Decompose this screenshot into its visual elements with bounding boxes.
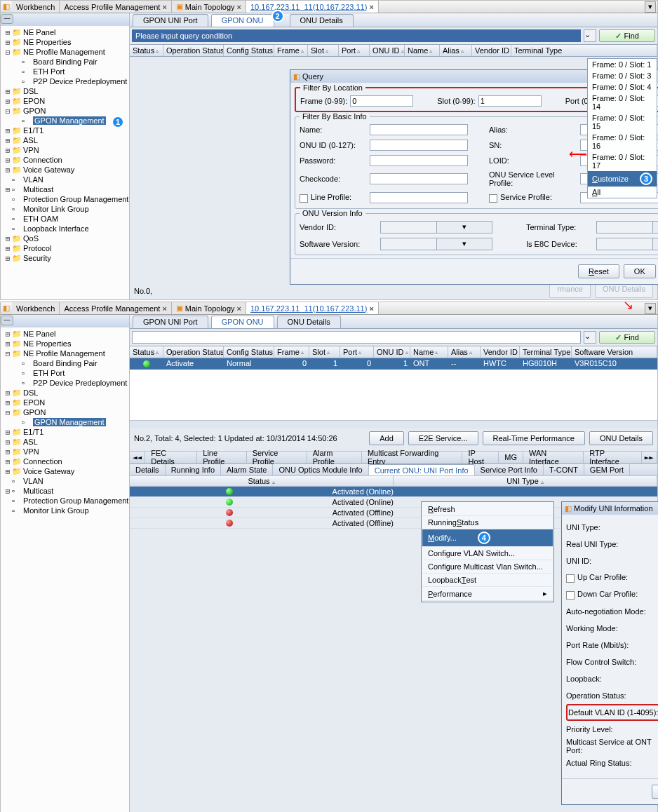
tree-item[interactable]: ▫GPON Management	[2, 417, 129, 427]
expand-icon[interactable]: ⊞	[4, 447, 12, 456]
expand-icon[interactable]: ⊟	[4, 408, 12, 417]
close-icon[interactable]: ×	[369, 304, 373, 313]
col-onuid[interactable]: ONU ID▵	[374, 346, 410, 358]
find-button[interactable]: ✓Find	[599, 29, 655, 42]
slot-menu-item[interactable]: Frame: 0 / Slot: 1	[588, 59, 657, 70]
tab-alarm[interactable]: Alarm Profile	[307, 452, 362, 463]
tree-item[interactable]: ⊞📁E1/T1	[2, 427, 129, 437]
tab-workbench[interactable]: Workbench	[12, 1, 60, 13]
col-status[interactable]: Status▵	[130, 346, 163, 358]
col-slot[interactable]: Slot▵	[308, 45, 339, 56]
close-icon[interactable]: ×	[369, 3, 373, 11]
close-icon[interactable]: ×	[162, 3, 166, 11]
find-button[interactable]: ✓Find	[599, 331, 655, 344]
expand-icon[interactable]: ⊟	[4, 107, 12, 116]
expand-icon[interactable]: ⊞	[4, 428, 12, 437]
col-status[interactable]: Status ▵	[130, 476, 394, 486]
slot-menu-item[interactable]: Frame: 0 / Slot: 4	[588, 81, 657, 93]
tree-item[interactable]: ⊟📁NE Profile Management	[2, 349, 129, 358]
tree-item[interactable]: ⊞📁ASL	[2, 437, 129, 447]
tree-item[interactable]: ▫VLAN	[2, 175, 129, 184]
termtype-select[interactable]: ▾	[596, 221, 658, 234]
minimize-icon[interactable]: —	[1, 14, 13, 24]
tab-svcport[interactable]: Service Port Info	[475, 464, 544, 475]
onuid-input[interactable]	[370, 140, 468, 151]
col-alias[interactable]: Alias▵	[448, 346, 481, 358]
add-button[interactable]: Add	[369, 431, 404, 445]
col-onuid[interactable]: ONU ID▵	[370, 45, 405, 56]
ctx-performance[interactable]: Performance▸	[422, 587, 553, 601]
minimize-icon[interactable]: —	[1, 316, 13, 325]
ctx-vlan-switch[interactable]: Configure VLAN Switch...	[422, 547, 553, 560]
line-profile-check[interactable]: Line Profile:	[300, 193, 370, 202]
expand-icon[interactable]: ⊞	[4, 126, 12, 135]
tree-item[interactable]: ▫ETH Port	[2, 368, 129, 378]
ctx-refresh[interactable]: Refresh	[422, 503, 553, 516]
tree-item[interactable]: ▫ETH Port	[2, 67, 129, 76]
slot-input[interactable]	[478, 95, 542, 107]
expand-icon[interactable]: ⊞	[4, 467, 12, 476]
upcar-check[interactable]: Up Car Profile:	[566, 573, 658, 582]
e2e-button[interactable]: E2E Service...	[408, 431, 478, 445]
expand-icon[interactable]: ⊞	[4, 339, 12, 349]
expand-icon[interactable]: ⊞	[4, 136, 12, 145]
tree-item[interactable]: ⊞📁EPON	[2, 96, 129, 106]
col-frame[interactable]: Frame▵	[274, 346, 309, 358]
customize-item[interactable]: Customize3	[588, 171, 657, 187]
expand-icon[interactable]: ⊞	[4, 330, 12, 339]
tab-main-topology[interactable]: ▣Main Topology×	[172, 302, 246, 314]
reset-button[interactable]: RReseteset	[578, 264, 619, 278]
ok-button[interactable]: OK	[624, 264, 656, 278]
tree-item[interactable]: ▫ETH OAM	[2, 214, 129, 224]
expand-icon[interactable]: ⊞	[4, 28, 12, 37]
tree-item[interactable]: ⊞📁NE Panel	[2, 27, 129, 37]
ctx-loopback-test[interactable]: Loopback Test	[422, 574, 553, 587]
tab-current-uni[interactable]: Current ONU: UNI Port Info	[369, 464, 475, 475]
expand-icon[interactable]: ⊞	[4, 165, 12, 175]
col-term-type[interactable]: Terminal Type	[511, 45, 657, 56]
slot-menu-item[interactable]: Frame: 0 / Slot: 16	[588, 132, 657, 151]
name-input[interactable]	[370, 124, 468, 135]
line-profile-input[interactable]	[370, 192, 468, 203]
expand-icon[interactable]: ⊟	[4, 48, 12, 57]
tree-item[interactable]: ⊞📁DSL	[2, 86, 129, 96]
tree-item[interactable]: ⊞▫Multicast	[2, 184, 129, 194]
tree-item[interactable]: ⊟📁NE Profile Management	[2, 47, 129, 57]
tree-item[interactable]: ⊞📁Protocol	[2, 243, 129, 253]
expand-icon[interactable]: ⊞	[4, 185, 12, 194]
tree-item[interactable]: ⊟📁GPON	[2, 106, 129, 116]
expand-icon[interactable]: ⊞	[4, 234, 12, 243]
col-sw-ver[interactable]: Software Version	[572, 346, 657, 358]
col-status[interactable]: Status▵	[130, 45, 163, 56]
tree-item[interactable]: ▫P2P Device Predeployment	[2, 378, 129, 388]
col-port[interactable]: Port▵	[340, 346, 374, 358]
tab-gpon-uni[interactable]: GPON UNI Port	[133, 14, 208, 27]
tree-item[interactable]: ▫GPON Management	[2, 116, 129, 126]
tree-item[interactable]: ⊞📁NE Properties	[2, 37, 129, 47]
ok-button[interactable]: OK	[652, 785, 658, 799]
slot-menu-item[interactable]: Frame: 0 / Slot: 14	[588, 93, 657, 112]
tab-wan[interactable]: WAN Interface	[523, 452, 584, 463]
tree-item[interactable]: ⊞📁VPN	[2, 447, 129, 456]
tab-alarm-state[interactable]: Alarm State	[221, 464, 273, 475]
onu-details-button[interactable]: ONU Details	[589, 431, 653, 445]
tab-mg[interactable]: MG	[499, 452, 523, 463]
tree-item[interactable]: ⊞▫Multicast	[2, 486, 129, 496]
expand-icon[interactable]: ⊞	[4, 244, 12, 253]
tab-mfe[interactable]: Multicast Forwarding Entry	[362, 452, 463, 463]
tab-gem[interactable]: GEM Port	[584, 464, 630, 475]
expand-icon[interactable]: ⊞	[4, 487, 12, 496]
tree-item[interactable]: ⊞📁E1/T1	[2, 126, 129, 135]
expand-icon[interactable]: ⊞	[4, 38, 12, 47]
tree-item[interactable]: ▫VLAN	[2, 476, 129, 486]
tab-overflow-icon[interactable]: ▾	[645, 1, 656, 13]
tree-item[interactable]: ⊞📁Security	[2, 253, 129, 263]
tree-item[interactable]: ⊞📁Voice Gateway	[2, 466, 129, 476]
tree-item[interactable]: ▫Monitor Link Group	[2, 204, 129, 214]
tree-item[interactable]: ⊞📁NE Panel	[2, 329, 129, 339]
tree-item[interactable]: ⊞📁Voice Gateway	[2, 165, 129, 175]
col-vendor[interactable]: Vendor ID	[472, 45, 511, 56]
tab-rtp[interactable]: RTP Interface	[584, 452, 642, 463]
tab-device[interactable]: 10.167.223.11_11(10.167.223.11)×	[246, 302, 379, 314]
col-cfg-status[interactable]: Config Status▵	[224, 45, 274, 56]
